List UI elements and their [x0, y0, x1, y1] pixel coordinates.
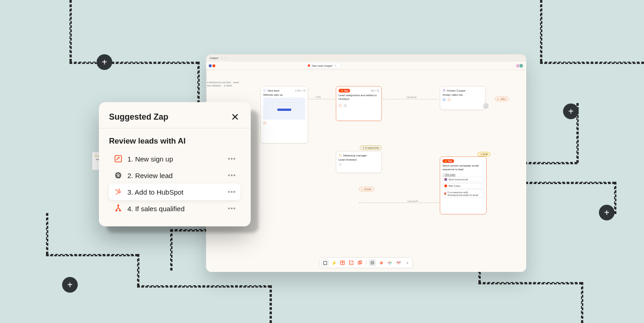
- tool-table[interactable]: [339, 259, 346, 266]
- card-body: Website sign up: [263, 93, 305, 96]
- step-menu-button[interactable]: •••: [228, 205, 236, 212]
- tool-dock: ⚡ ✱ +: [320, 257, 413, 268]
- close-icon: [232, 114, 238, 120]
- suggested-step-1[interactable]: 1. New sign up •••: [109, 150, 241, 167]
- ai-opportunity-pill[interactable]: ✦ AI opportunity: [360, 145, 382, 150]
- tool-interface[interactable]: [348, 259, 355, 266]
- decor-line: [524, 162, 577, 164]
- card-zap-categorize[interactable]: ⚡ Zap 220 • 76 Lead categorized and adde…: [336, 86, 382, 121]
- step-menu-button[interactable]: •••: [228, 155, 236, 162]
- close-button[interactable]: [230, 111, 241, 122]
- gmail-icon: [397, 261, 401, 265]
- slack-icon: [388, 260, 392, 265]
- svg-point-20: [116, 194, 117, 195]
- tool-shape[interactable]: [322, 259, 329, 266]
- app-logo-icon: [209, 64, 212, 67]
- svg-point-24: [116, 210, 117, 211]
- add-node[interactable]: +: [97, 54, 112, 70]
- decor-line: [540, 0, 542, 62]
- step-label: 3. Add to HubSpot: [127, 188, 184, 196]
- avatar-icon: [443, 89, 446, 92]
- browser-tab-bar: triaged × +: [206, 54, 526, 62]
- svg-line-23: [117, 193, 118, 194]
- connector: ▾: [206, 70, 207, 100]
- draft-pill: ⚠ Draft: [477, 152, 490, 156]
- suggested-step-2[interactable]: 2. Review lead •••: [109, 167, 241, 184]
- decor-line: [540, 62, 644, 64]
- interfaces-icon: [263, 89, 266, 92]
- openai-icon: [370, 260, 375, 265]
- zap-chip: ⚡ Zap: [339, 89, 350, 92]
- paths-icon: [114, 204, 123, 213]
- decor-line: [46, 213, 48, 254]
- decor-line: [69, 62, 198, 64]
- suggested-step-3[interactable]: 3. Add to HubSpot •••: [109, 184, 241, 200]
- svg-point-19: [119, 189, 120, 190]
- decor-line: [137, 285, 270, 288]
- edge-label: Low-touch: [408, 200, 418, 202]
- canvas-title[interactable]: New lead triaged ✎: [304, 63, 341, 69]
- openai-icon: [344, 104, 347, 107]
- card-body: Lead categorized and added to HubSpot: [339, 94, 379, 101]
- interfaces-icon: [114, 154, 123, 163]
- svg-rect-9: [388, 262, 390, 263]
- edit-icon[interactable]: ✎: [334, 64, 337, 67]
- add-node[interactable]: +: [62, 277, 78, 293]
- comment-bubble-icon[interactable]: 💬: [483, 103, 489, 109]
- hubspot-icon: [448, 98, 451, 101]
- svg-point-17: [119, 191, 120, 193]
- connector: [383, 99, 438, 99]
- step-menu-button[interactable]: •••: [228, 188, 236, 196]
- suggested-step-4[interactable]: 4. If sales qualified •••: [109, 200, 241, 217]
- note-fragment: a HubSpot list and then ...awed and vali…: [207, 81, 242, 87]
- zap-step[interactable]: If no response notify #unresponsive-lead…: [443, 190, 484, 198]
- card-owner: Kristen Cooper: [447, 89, 466, 92]
- edge-label: Upmarket: [407, 96, 417, 98]
- tool-add[interactable]: +: [404, 259, 411, 266]
- zap-chip: ⚡ Zap: [443, 159, 454, 163]
- add-node[interactable]: +: [599, 205, 615, 220]
- dialog-title: Suggested Zap: [109, 112, 168, 122]
- interface-icon: [349, 260, 354, 265]
- svg-point-8: [372, 262, 373, 264]
- user-cursor-pill: ▸Kristen: [359, 187, 374, 191]
- tool-zap[interactable]: ⚡: [330, 259, 338, 266]
- browser-tab[interactable]: triaged: [210, 57, 218, 59]
- cards-icon: [358, 260, 362, 265]
- tool-cards[interactable]: [356, 259, 364, 266]
- card-new-lead[interactable]: New lead 5,303 • 76 Website sign up: [260, 86, 308, 144]
- decor-line: [69, 0, 72, 62]
- zap-step[interactable]: Send nurture email: [443, 177, 484, 182]
- svg-point-25: [120, 210, 121, 211]
- table-icon: [340, 260, 345, 265]
- svg-rect-0: [323, 261, 327, 265]
- dialog-subtitle: Review leads with AI: [109, 137, 241, 146]
- card-nurture-zap[interactable]: ⚡ Zap Send nurture campaign email sequen…: [440, 156, 487, 214]
- tool-hubspot[interactable]: ✱: [378, 259, 385, 266]
- card-meta: 220 • 76: [371, 89, 379, 92]
- decor-line: [270, 285, 272, 323]
- step-menu-button[interactable]: •••: [228, 172, 236, 179]
- decor-line: [525, 182, 615, 184]
- connector: [359, 202, 439, 203]
- hide-steps-toggle[interactable]: ^ Hide steps: [443, 173, 484, 176]
- zap-step[interactable]: Wait 3 days: [443, 183, 484, 189]
- tool-slack[interactable]: [386, 259, 394, 266]
- square-icon: [323, 261, 327, 265]
- tool-gmail[interactable]: [395, 259, 402, 266]
- avatar-icon: [339, 154, 342, 157]
- tool-openai[interactable]: [369, 259, 376, 266]
- card-assign-rep[interactable]: Kristen Cooper Assign sales rep: [440, 86, 486, 110]
- collaborator-avatars[interactable]: [517, 63, 523, 68]
- gmail-icon: [444, 178, 447, 181]
- slack-icon: [444, 192, 446, 195]
- svg-rect-12: [390, 263, 391, 265]
- add-node[interactable]: +: [563, 104, 579, 119]
- app-icon: [339, 163, 342, 166]
- card-body: Send nurture campaign email sequence to …: [443, 164, 484, 172]
- expand-icon[interactable]: [376, 104, 379, 107]
- decor-line: [614, 182, 616, 214]
- step-label: 1. New sign up: [127, 155, 173, 163]
- card-lead-reviewed[interactable]: Marketing manager Lead reviewed: [336, 151, 382, 173]
- card-tool-icon[interactable]: [263, 121, 266, 125]
